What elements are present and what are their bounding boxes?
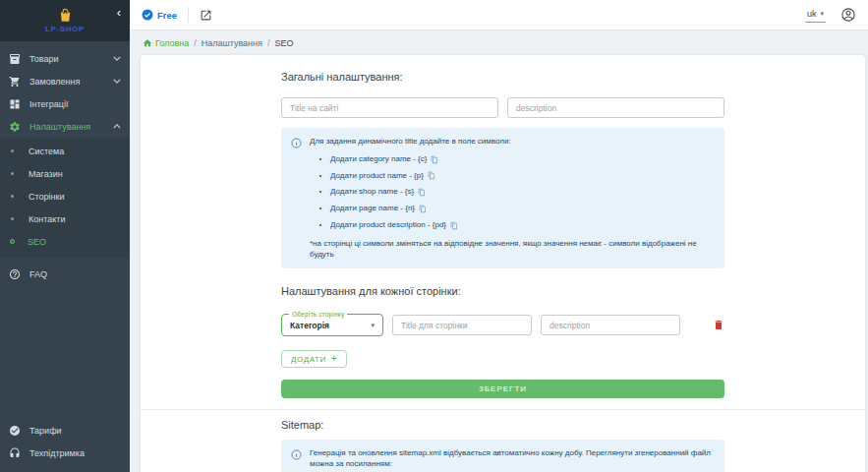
sidebar-item-settings[interactable]: Налаштування (0, 115, 130, 138)
sidebar-item-label: Сторінки (29, 192, 64, 202)
account-button[interactable] (840, 7, 856, 23)
sidebar-item-label: Контакти (29, 214, 65, 224)
sitemap-alert-text: Генерація та оновлення sitemap.xml відбу… (310, 448, 711, 468)
language-select[interactable]: uk ▾ (805, 8, 826, 23)
per-page-row: Оберіть сторінку Категорія ▾ (281, 314, 724, 336)
sitemap-heading: Sitemap: (281, 419, 724, 431)
chevron-up-icon (113, 124, 121, 129)
sidebar-item-faq[interactable]: FAQ (0, 263, 130, 285)
site-title-input[interactable] (281, 97, 498, 118)
breadcrumb-home-label: Головна (155, 38, 189, 48)
chevron-down-icon (113, 56, 121, 61)
copy-icon[interactable] (428, 171, 435, 180)
plan-badge[interactable]: Free (142, 9, 177, 21)
sidebar-item-shop[interactable]: Магазин (0, 162, 130, 185)
sidebar-nav: Товари Замовлення Інтеграції Налаштув (0, 41, 130, 285)
topbar-divider (188, 7, 189, 23)
sidebar-item-system[interactable]: Система (0, 140, 130, 162)
select-value: Категорія (290, 321, 329, 330)
symbol-text: Додати product name - {p} (330, 171, 424, 182)
box-icon (9, 53, 21, 65)
symbols-list-item: Додати product description - {pd} (330, 220, 715, 231)
home-icon (143, 38, 152, 48)
plan-badge-label: Free (157, 10, 177, 21)
sidebar-spacer (0, 285, 130, 419)
brand-bag-icon (58, 8, 73, 23)
alert-intro: Для задання динамічного title додайте в … (310, 137, 715, 148)
sidebar-collapse-icon[interactable]: ‹ (117, 7, 121, 19)
sidebar-item-label: Магазин (29, 169, 63, 179)
sidebar-item-label: Система (29, 147, 64, 156)
page-description-input[interactable] (541, 315, 680, 335)
general-inputs-row (281, 97, 724, 118)
sidebar-item-label: FAQ (29, 269, 47, 279)
bullet-dot (11, 217, 14, 220)
main-area: Free uk ▾ Головна / Налаштування / SEO З… (130, 0, 868, 472)
open-site-button[interactable] (200, 9, 212, 22)
breadcrumb-home-link[interactable]: Головна (143, 38, 189, 48)
copy-icon[interactable] (431, 155, 438, 164)
copy-icon[interactable] (450, 221, 458, 230)
sidebar-item-label: Замовлення (29, 77, 80, 87)
alert-note: *на сторінці ці символи зміняться на від… (310, 239, 715, 261)
add-button-label: додати (291, 355, 326, 364)
sidebar-item-tariffs[interactable]: Тарифи (0, 419, 130, 442)
per-page-heading: Налаштування для кожної сторінки: (281, 285, 724, 297)
language-value: uk (807, 9, 817, 19)
symbols-list-item: Додати category name - {c} (330, 154, 715, 165)
copy-icon[interactable] (418, 188, 426, 197)
symbol-text: Додати product description - {pd} (330, 220, 446, 231)
sidebar-item-label: SEO (28, 237, 46, 247)
page-title-input[interactable] (392, 315, 532, 335)
sidebar-item-products[interactable]: Товари (0, 47, 130, 70)
site-description-input[interactable] (507, 97, 724, 118)
copy-icon[interactable] (419, 205, 427, 213)
active-bullet-dot (10, 239, 15, 244)
sitemap-alert: Генерація та оновлення sitemap.xml відбу… (281, 440, 724, 472)
sidebar-item-contacts[interactable]: Контакти (0, 207, 130, 230)
delete-row-button[interactable] (713, 319, 724, 331)
cart-icon (9, 76, 21, 88)
caret-down-icon: ▾ (820, 10, 824, 18)
symbols-list-item: Додати product name - {p} (330, 171, 715, 182)
symbol-text: Додати shop name - {s} (330, 187, 414, 198)
section-divider (141, 409, 865, 410)
sidebar-item-orders[interactable]: Замовлення (0, 70, 130, 92)
sidebar-bottom: Тарифи Техпідтримка (0, 419, 130, 472)
sidebar-item-support[interactable]: Техпідтримка (0, 442, 130, 464)
sidebar-item-integrations[interactable]: Інтеграції (0, 92, 130, 115)
sidebar-header: LP-SHOP ‹ (0, 0, 130, 41)
sidebar-item-label: Інтеграції (29, 99, 68, 109)
symbols-list-item: Додати shop name - {s} (330, 187, 715, 198)
plus-icon: + (331, 355, 337, 363)
symbols-list-item: Додати page name - {n} (330, 204, 715, 214)
verified-badge-icon (142, 9, 153, 21)
bullet-dot (11, 149, 14, 152)
sidebar-item-label: Техпідтримка (29, 448, 85, 458)
info-icon (291, 138, 302, 148)
account-circle-icon (840, 7, 856, 23)
brand-name: LP-SHOP (45, 25, 85, 33)
trash-icon (713, 319, 724, 331)
page-type-select[interactable]: Оберіть сторінку Категорія ▾ (281, 314, 383, 336)
bullet-dot (11, 172, 14, 175)
sidebar-item-label: Тарифи (29, 426, 62, 436)
caret-down-icon: ▾ (371, 322, 375, 329)
breadcrumb-section: Налаштування (202, 38, 262, 48)
sidebar-item-seo[interactable]: SEO (0, 230, 130, 253)
sidebar: LP-SHOP ‹ Товари Замовлення Інт (0, 0, 130, 472)
gear-icon (9, 121, 21, 133)
save-button[interactable]: зберегти (281, 380, 724, 398)
add-page-button[interactable]: додати + (281, 350, 347, 368)
alert-body: Генерація та оновлення sitemap.xml відбу… (310, 448, 715, 472)
general-settings-section: Загальні налаштування: Для задання динам… (281, 71, 724, 398)
title-symbols-alert: Для задання динамічного title додайте в … (281, 128, 724, 268)
breadcrumb-separator: / (267, 38, 270, 48)
select-floating-label: Оберіть сторінку (289, 311, 347, 318)
sitemap-section: Sitemap: Генерація та оновлення sitemap.… (281, 419, 724, 472)
sidebar-item-pages[interactable]: Сторінки (0, 185, 130, 207)
topbar: Free uk ▾ (130, 0, 868, 30)
help-icon (9, 268, 21, 280)
general-settings-heading: Загальні налаштування: (281, 71, 724, 83)
breadcrumb: Головна / Налаштування / SEO (130, 30, 868, 55)
